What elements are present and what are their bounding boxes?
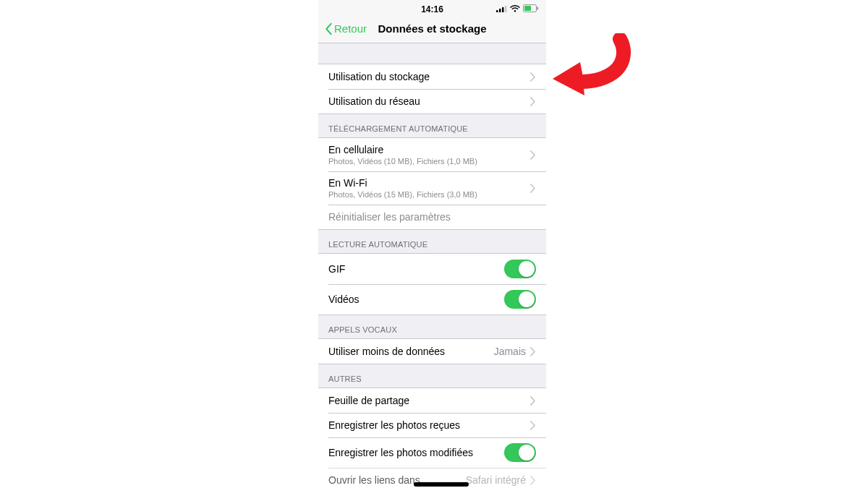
share-sheet-row[interactable]: Feuille de partage xyxy=(318,388,546,413)
back-label: Retour xyxy=(334,22,367,35)
battery-icon xyxy=(523,4,539,12)
cell-label: Ouvrir les liens dans xyxy=(328,474,420,486)
cell-label: Utiliser moins de données xyxy=(328,346,445,357)
chevron-right-icon xyxy=(530,421,536,430)
auto-download-group: En cellulaire Photos, Vidéos (10 MB), Fi… xyxy=(318,137,546,230)
voice-calls-group: Utiliser moins de données Jamais xyxy=(318,338,546,364)
chevron-right-icon xyxy=(530,97,536,106)
cell-value: Safari intégré xyxy=(466,474,526,486)
status-time: 14:16 xyxy=(421,4,443,14)
status-indicators xyxy=(496,4,539,12)
autoplay-group: GIF Vidéos xyxy=(318,253,546,315)
chevron-right-icon xyxy=(530,347,536,356)
phone-frame: 14:16 Retour Données et stockage Utilisa… xyxy=(318,0,546,488)
gif-toggle[interactable] xyxy=(504,260,536,278)
usage-group: Utilisation du stockage Utilisation du r… xyxy=(318,64,546,114)
cell-subtitle: Photos, Vidéos (15 MB), Fichiers (3,0 MB… xyxy=(328,190,530,199)
cell-label: Vidéos xyxy=(328,294,359,305)
chevron-right-icon xyxy=(530,72,536,82)
status-bar: 14:16 xyxy=(318,0,546,14)
voice-calls-header: APPELS VOCAUX xyxy=(318,315,546,338)
section-spacer xyxy=(318,43,546,64)
gif-row: GIF xyxy=(318,254,546,284)
svg-rect-0 xyxy=(496,10,498,12)
wifi-icon xyxy=(510,5,520,12)
save-edited-toggle[interactable] xyxy=(504,443,536,462)
cell-subtitle: Photos, Vidéos (10 MB), Fichiers (1,0 MB… xyxy=(328,157,530,166)
cellular-signal-icon xyxy=(496,5,507,12)
cell-label: En cellulaire xyxy=(328,144,530,155)
cell-label: En Wi-Fi xyxy=(328,177,530,189)
arrow-annotation-icon xyxy=(551,33,638,106)
cell-label: Enregistrer les photos modifiées xyxy=(328,447,473,458)
videos-toggle[interactable] xyxy=(504,290,536,309)
cell-label: Utilisation du stockage xyxy=(328,71,430,82)
videos-row: Vidéos xyxy=(318,284,546,314)
cell-label: Utilisation du réseau xyxy=(328,95,420,107)
cellular-row[interactable]: En cellulaire Photos, Vidéos (10 MB), Fi… xyxy=(318,138,546,171)
cell-label: Enregistrer les photos reçues xyxy=(328,419,460,431)
svg-rect-3 xyxy=(505,6,507,12)
back-button[interactable]: Retour xyxy=(324,22,367,35)
page-title: Données et stockage xyxy=(378,22,486,35)
cell-label: Réinitialiser les paramètres xyxy=(328,211,451,223)
save-edited-row: Enregistrer les photos modifiées xyxy=(318,437,546,468)
auto-download-header: TÉLÉCHARGEMENT AUTOMATIQUE xyxy=(318,114,546,137)
autoplay-header: LECTURE AUTOMATIQUE xyxy=(318,230,546,253)
save-received-row[interactable]: Enregistrer les photos reçues xyxy=(318,413,546,437)
svg-rect-1 xyxy=(499,9,501,12)
svg-rect-5 xyxy=(524,6,531,11)
network-usage-row[interactable]: Utilisation du réseau xyxy=(318,89,546,114)
other-group: Feuille de partage Enregistrer les photo… xyxy=(318,388,546,488)
wifi-row[interactable]: En Wi-Fi Photos, Vidéos (15 MB), Fichier… xyxy=(318,171,546,205)
less-data-row[interactable]: Utiliser moins de données Jamais xyxy=(318,339,546,364)
redaction-bar xyxy=(414,482,469,487)
other-header: AUTRES xyxy=(318,364,546,388)
chevron-left-icon xyxy=(324,22,333,35)
navigation-bar: Retour Données et stockage xyxy=(318,14,546,43)
svg-rect-2 xyxy=(502,7,504,12)
cell-label: Feuille de partage xyxy=(328,395,409,406)
cell-label: GIF xyxy=(328,263,345,275)
reset-settings-row[interactable]: Réinitialiser les paramètres xyxy=(318,205,546,229)
svg-rect-6 xyxy=(537,7,539,10)
chevron-right-icon xyxy=(530,396,536,406)
chevron-right-icon xyxy=(530,150,536,160)
chevron-right-icon xyxy=(530,184,536,193)
chevron-right-icon xyxy=(530,476,536,485)
storage-usage-row[interactable]: Utilisation du stockage xyxy=(318,64,546,89)
cell-value: Jamais xyxy=(494,346,526,357)
